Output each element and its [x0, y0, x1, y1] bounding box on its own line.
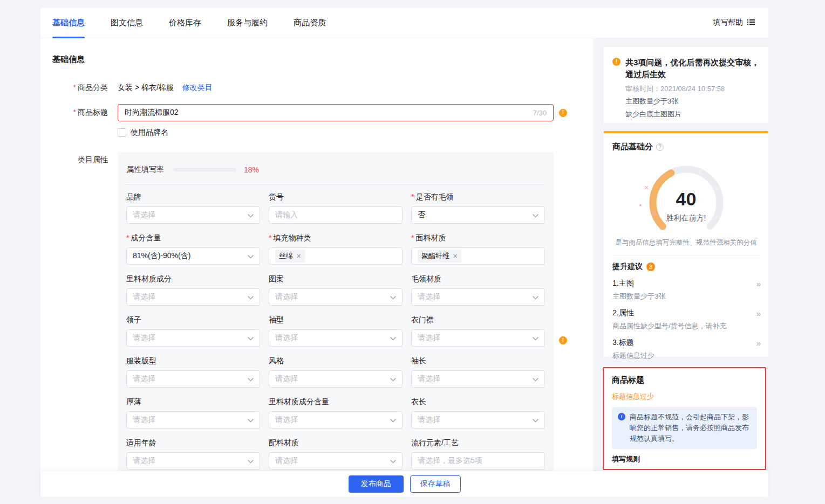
chevron-down-icon	[533, 333, 538, 343]
tab-list: 基础信息 图文信息 价格库存 服务与履约 商品资质	[52, 8, 326, 38]
field-label-text: 风格	[269, 356, 284, 365]
attribute-field: 衣长 请选择	[411, 397, 545, 429]
field-text: 请选择	[133, 210, 155, 220]
field-control[interactable]: 请选择	[269, 452, 403, 470]
section-title: 基础信息	[52, 54, 593, 65]
warning-icon[interactable]: !	[559, 109, 567, 117]
field-text: 请选择	[275, 292, 298, 302]
remove-tag-icon[interactable]: ✕	[453, 253, 458, 260]
warning-icon: !	[612, 58, 621, 66]
product-title-input[interactable]: 时尚潮流棉服02 7/30	[118, 104, 554, 121]
field-text: 请输入	[275, 210, 298, 220]
field-label: *填充物种类	[269, 233, 403, 243]
required-mark: *	[126, 233, 129, 242]
suggestion-item-attributes[interactable]: 2.属性» 商品属性缺少型号/货号信息，请补充	[612, 308, 760, 331]
fill-rate-progressbar	[173, 168, 236, 171]
field-text: 81%(含)-90%(含)	[133, 251, 190, 261]
attribute-field: *成分含量 81%(含)-90%(含)	[126, 233, 260, 265]
suggestion-item-title[interactable]: 3.标题» 标题信息过少	[612, 338, 760, 361]
attribute-field: 领子 请选择	[126, 315, 260, 347]
field-control[interactable]: 请选择，最多选5项	[411, 452, 545, 470]
tab-service[interactable]: 服务与履约	[227, 8, 268, 38]
field-label-text: 袖长	[411, 356, 426, 365]
attribute-field: 里料材质成分含量 请选择	[269, 397, 403, 429]
field-label: 风格	[269, 356, 403, 366]
suggestion-item-main-image[interactable]: 1.主图» 主图数量少于3张	[612, 279, 760, 301]
field-label: 里料材质成分	[126, 274, 260, 284]
field-control[interactable]: 请选择	[126, 370, 260, 388]
field-control[interactable]: 否	[411, 206, 545, 224]
field-control[interactable]: 请输入	[269, 206, 403, 224]
field-control[interactable]: 请选择	[126, 452, 260, 470]
field-text: 请选择，最多选5项	[418, 456, 482, 466]
suggestions-count-badge: 3	[646, 263, 655, 271]
required-mark: *	[73, 108, 76, 116]
field-label-text: 领子	[126, 315, 141, 324]
save-draft-button[interactable]: 保存草稿	[410, 475, 461, 493]
tab-price-stock[interactable]: 价格库存	[169, 8, 201, 38]
category-label: *商品分类	[52, 83, 108, 93]
field-control[interactable]: 请选择	[411, 288, 545, 306]
field-text: 请选择	[133, 292, 155, 302]
suggestion-desc: 主图数量少于3张	[612, 292, 760, 301]
field-control[interactable]: 丝绵✕	[269, 247, 403, 265]
field-control[interactable]: 请选择	[411, 411, 545, 429]
field-control[interactable]: 请选择	[126, 288, 260, 306]
double-chevron-right-icon[interactable]: »	[756, 339, 760, 348]
audit-issue: 主图数量少于3张	[625, 96, 760, 107]
field-control[interactable]: 聚酯纤维✕	[411, 247, 545, 265]
double-chevron-right-icon[interactable]: »	[756, 309, 760, 318]
field-control[interactable]: 请选择	[126, 206, 260, 224]
field-label-text: 适用年龄	[126, 438, 156, 447]
attribute-field: *填充物种类 丝绵✕	[269, 233, 403, 265]
change-category-link[interactable]: 修改类目	[182, 83, 213, 93]
field-text: 请选择	[418, 374, 440, 384]
audit-time: 审核时间：2021/08/24 10:57:58	[625, 84, 760, 94]
suggestion-desc: 商品属性缺少型号/货号信息，请补充	[612, 321, 760, 331]
fill-help-button[interactable]: 填写帮助	[713, 18, 755, 27]
field-control[interactable]: 请选择	[411, 370, 545, 388]
audit-issue: 缺少白底主图图片	[625, 109, 760, 120]
publish-button[interactable]: 发布商品	[349, 475, 404, 493]
attribute-field: 衣门襟 请选择	[411, 315, 545, 347]
double-chevron-right-icon[interactable]: »	[756, 279, 760, 288]
field-control[interactable]: 请选择	[269, 370, 403, 388]
fill-rules-link[interactable]: 填写规则	[612, 454, 757, 464]
tag-chip[interactable]: 聚酯纤维✕	[418, 250, 461, 263]
field-control[interactable]: 81%(含)-90%(含)	[126, 247, 260, 265]
tab-label: 服务与履约	[227, 18, 268, 28]
field-label: 袖长	[411, 356, 545, 366]
tab-qualification[interactable]: 商品资质	[294, 8, 326, 38]
field-control[interactable]: 请选择	[269, 329, 403, 347]
use-brand-name-checkbox[interactable]	[118, 128, 126, 137]
product-title-value: 时尚潮流棉服02	[125, 108, 179, 118]
field-label-text: 品牌	[126, 192, 141, 201]
tag-chip[interactable]: 丝绵✕	[275, 250, 305, 263]
field-text: 请选择	[133, 333, 155, 343]
base-score-card: 商品基础分 ? ✕ ● ✕ 40 胜利在前方! 是与商品信息填写完整性、规范性强…	[604, 131, 768, 357]
attribute-field: 流行元素/工艺 请选择，最多选5项	[411, 438, 545, 470]
field-control[interactable]: 请选择	[126, 411, 260, 429]
attribute-field: 图案 请选择	[269, 274, 403, 306]
attributes-panel: 属性填写率 18% 品牌 请选择 货号 请输入 *是否有毛领 否	[118, 152, 554, 471]
chevron-down-icon	[248, 210, 254, 220]
field-control[interactable]: 请选择	[411, 329, 545, 347]
category-row: *商品分类 女装 > 棉衣/棉服 修改类目	[52, 83, 593, 93]
title-notice-text: 商品标题不规范，会引起商品下架，影响您的正常销售，请务必按照商品发布规范认真填写…	[630, 412, 751, 444]
remove-tag-icon[interactable]: ✕	[296, 253, 301, 260]
warning-icon[interactable]: !	[559, 336, 567, 344]
attribute-field: 品牌 请选择	[126, 192, 260, 224]
field-control[interactable]: 请选择	[269, 288, 403, 306]
field-label-text: 服装版型	[126, 356, 156, 365]
field-control[interactable]: 请选择	[126, 329, 260, 347]
help-question-icon[interactable]: ?	[656, 143, 664, 151]
tag-label: 丝绵	[279, 251, 293, 261]
field-label-text: 填充物种类	[273, 233, 311, 242]
field-control[interactable]: 请选择	[269, 411, 403, 429]
attribute-field: 风格 请选择	[269, 356, 403, 388]
field-label: 适用年龄	[126, 438, 260, 448]
tab-image-text[interactable]: 图文信息	[111, 8, 143, 38]
tab-basic-info[interactable]: 基础信息	[52, 8, 85, 38]
title-issue-link[interactable]: 标题信息过少	[612, 392, 757, 402]
suggestions-title: 提升建议	[612, 262, 643, 272]
